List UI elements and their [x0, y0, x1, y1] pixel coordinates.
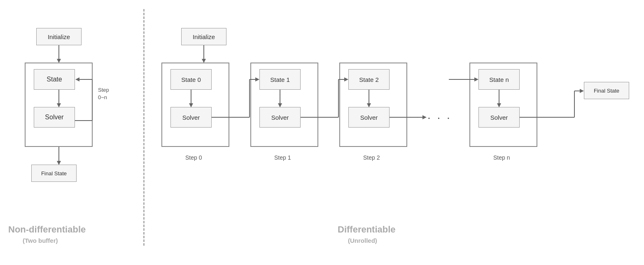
all-arrows — [0, 0, 644, 265]
right-solver-box-1: Solver — [259, 107, 301, 128]
diff-subtitle: (Unrolled) — [348, 237, 377, 244]
right-final-box: Final State — [584, 82, 629, 99]
right-init-box: Initialize — [181, 28, 226, 45]
right-state-box-n: State n — [478, 69, 520, 90]
right-state-box-2: State 2 — [348, 69, 390, 90]
step-name-1: Step 1 — [274, 154, 291, 161]
right-solver-box-0: Solver — [170, 107, 212, 128]
right-solver-box-n: Solver — [478, 107, 520, 128]
step-name-0: Step 0 — [185, 154, 202, 161]
step-name-n: Step n — [493, 154, 510, 161]
left-solver-box: Solver — [34, 107, 75, 128]
non-diff-subtitle: (Two buffer) — [23, 237, 58, 244]
dots-label: · · · — [427, 111, 452, 124]
right-state-box-0: State 0 — [170, 69, 212, 90]
right-state-box-1: State 1 — [259, 69, 301, 90]
left-state-box: State — [34, 69, 75, 90]
svg-marker-91 — [580, 89, 584, 93]
diff-title: Differentiable — [338, 224, 396, 235]
svg-marker-83 — [422, 115, 427, 119]
left-init-box: Initialize — [36, 28, 82, 45]
left-step-label: Step0~n — [98, 86, 109, 101]
left-final-box: Final State — [31, 165, 77, 182]
dashed-divider — [143, 9, 145, 246]
right-solver-box-2: Solver — [348, 107, 390, 128]
non-diff-title: Non-differentiable — [8, 224, 86, 235]
step-name-2: Step 2 — [363, 154, 380, 161]
